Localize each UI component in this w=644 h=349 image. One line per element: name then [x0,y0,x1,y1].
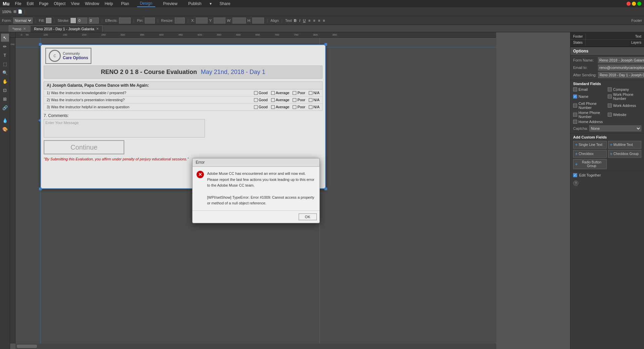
captcha-select[interactable]: None [589,125,641,131]
rp-tab-states[interactable]: States [570,40,586,45]
close-btn[interactable] [627,2,631,6]
rp-tab-text[interactable]: Text [633,34,644,39]
stroke-swatch[interactable] [71,18,76,23]
email-to-field: Email to: [573,65,641,71]
custom-fields-grid: + Single Line Text + Multiline Text + Ch… [573,141,641,169]
y-input[interactable]: 158 [214,17,225,24]
resize-input[interactable] [175,17,185,24]
fill-swatch[interactable] [46,18,51,23]
tab-reno[interactable]: *reno ✕ [9,25,30,32]
checkbox-website[interactable] [608,113,612,117]
checkbox-company[interactable] [608,87,612,91]
app-logo[interactable]: Mu [3,1,9,6]
link-tool[interactable]: 🔗 [1,104,9,112]
edit-together-checkbox[interactable]: ✓ [573,173,577,177]
bold-btn[interactable]: B [293,18,297,23]
stroke-style[interactable] [89,17,99,24]
add-single-line-btn[interactable]: + Single Line Text [573,141,607,149]
menu-object[interactable]: Object [54,1,66,6]
add-checkbox-btn[interactable]: + Checkbox [573,150,607,158]
field-email: Email [573,87,607,91]
share-btn[interactable]: Share [217,1,233,7]
publish-dropdown[interactable]: ▾ [210,1,212,6]
email-to-input[interactable] [598,65,644,71]
menu-edit[interactable]: Edit [27,1,34,6]
checkbox-home-phone[interactable] [573,113,577,117]
checkbox-work-phone[interactable] [608,94,612,99]
checkbox-cell-phone[interactable] [573,104,577,108]
design-btn[interactable]: Design [137,0,155,7]
stroke-width[interactable] [77,17,87,24]
h-input[interactable]: 229 [252,17,264,24]
checkbox-email[interactable] [573,87,577,91]
w-input[interactable]: 1259 [232,17,246,24]
tab-close-1[interactable]: ✕ [96,27,99,31]
add-multiline-btn[interactable]: + Multiline Text [608,141,642,149]
add-radio-group-btn[interactable]: + Radio Button Group [573,159,607,169]
options-title: Options [570,47,644,55]
checkbox-name[interactable]: ✓ [573,94,577,99]
italic-btn[interactable]: I [299,18,301,23]
error-footer: OK [192,210,319,223]
minimize-btn[interactable] [632,2,636,6]
plan-btn[interactable]: Plan [118,1,132,7]
standard-fields-grid: Email Company ✓ Name [573,87,641,124]
menu-help[interactable]: Help [104,1,113,6]
canvas-area: 0 50 100 150 200 250 300 350 400 450 500… [10,32,570,349]
maximize-btn[interactable] [637,2,641,6]
bottom-scrollbar[interactable] [15,344,496,349]
crop-tool[interactable]: ⊡ [1,86,9,94]
select-tool[interactable]: ↖ [1,34,9,42]
after-sending-select[interactable]: Reno 2018 - Day 1 - Joseph Gala... [598,72,644,78]
align-label: Align [270,18,278,23]
menu-view[interactable]: View [71,1,80,6]
resize-label: Resize: [161,18,173,23]
checkbox-work-address[interactable] [608,104,612,108]
h-label: H: [247,18,251,23]
align-left-btn[interactable]: ≡ [308,18,311,23]
draw-tool[interactable]: ✏ [1,42,9,50]
color-tool[interactable]: 🎨 [1,125,9,133]
rp-tabs-row1: Footer Text [570,34,644,40]
text-tool[interactable]: T [1,51,9,59]
field-company: Company [608,87,641,91]
x-input[interactable]: 107 [196,17,208,24]
menu-window[interactable]: Window [85,1,99,6]
zoom-tool[interactable]: 🔍 [1,69,9,77]
help-icon[interactable]: ? [573,181,578,186]
underline-btn[interactable]: U [302,18,306,23]
footer-label-toolbar: Footer [631,18,642,23]
top-area: Mu File Edit Page Object View Window Hel… [0,0,644,32]
scale-btn[interactable]: ⊞ [13,9,16,14]
effects-input[interactable]: 100% [119,17,131,24]
align-justify-btn[interactable]: ≡ [322,18,326,23]
preview-btn[interactable]: Preview [161,1,180,7]
rp-tabs-row2: States Layers [570,40,644,45]
scrollbar-thumb[interactable] [17,345,37,348]
frame-tool[interactable]: ⬚ [1,60,9,68]
tab-close-0[interactable]: ✕ [23,27,26,31]
eye-dropper[interactable]: 💧 [1,116,9,124]
error-ok-button[interactable]: OK [299,214,317,220]
align-center-btn[interactable]: ≡ [312,18,316,23]
form-select[interactable]: Normal [13,17,33,24]
rp-tab-layers[interactable]: Layers [629,40,644,45]
field-home-phone: Home Phone Number [573,111,607,119]
rp-tab-footer[interactable]: Footer [570,34,586,39]
widget-tool[interactable]: ⊞ [1,95,9,103]
add-checkbox-group-btn[interactable]: + Checkbox Group [608,150,642,158]
form-label: Form: [2,18,12,23]
export-btn[interactable]: 📄 [18,9,23,14]
tab-galanta[interactable]: Reno 2018 - Day 1 - Joseph Galanta ✕ [30,25,102,32]
main-layout: ↖ ✏ T ⬚ 🔍 ✋ ⊡ ⊞ 🔗 💧 🎨 0 50 100 150 200 2… [0,32,644,349]
publish-btn[interactable]: Publish [185,1,204,7]
form-name-input[interactable] [598,57,644,63]
checkbox-home-address[interactable] [573,120,577,124]
menu-page[interactable]: Page [39,1,48,6]
error-body: ✕ Adobe Muse CC has encountered an error… [192,167,319,210]
align-right-btn[interactable]: ≡ [317,18,321,23]
field-work-address: Work Address [608,102,641,110]
menu-file[interactable]: File [15,1,21,6]
pan-tool[interactable]: ✋ [1,77,9,85]
pin-input[interactable] [145,17,155,24]
